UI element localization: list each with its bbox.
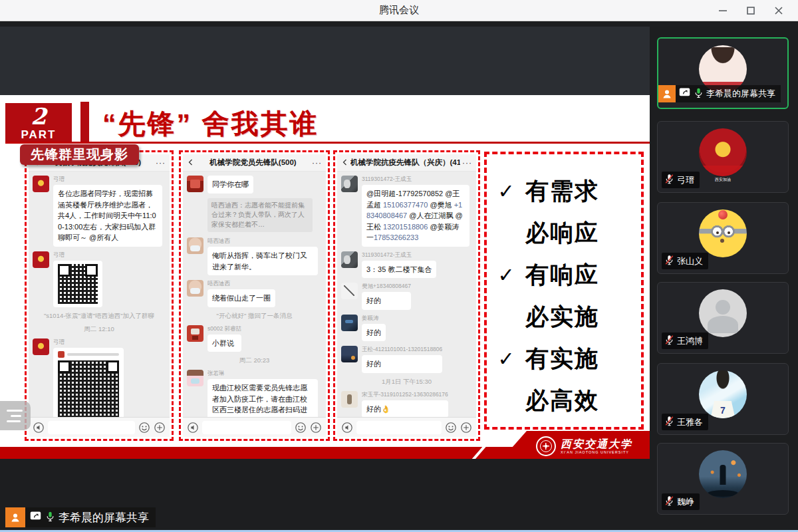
- message-bubble: 各位志愿者同学好，现需招募涵英楼餐厅秩序维护志愿者，共4人，工作时间明天中午11…: [53, 185, 162, 247]
- sender-name: 弓瑨: [53, 176, 162, 184]
- chat-message: 姜颖涛好的: [341, 315, 472, 342]
- checklist-text: 有响应: [525, 259, 599, 291]
- participant-name: 魏峥: [677, 496, 694, 508]
- checklist-row: 必实施: [487, 296, 641, 338]
- more-icon: ···: [310, 158, 322, 168]
- chat-header: 机械学院党员先锋队(500)···: [183, 154, 326, 172]
- chat-input-bar: [29, 417, 170, 437]
- participant-tile[interactable]: 李希晨的屏幕共享: [657, 37, 789, 109]
- mic-muted-icon: [664, 334, 674, 347]
- message-content: 樊旭+18340808467好的: [362, 283, 411, 310]
- participant-avatar: [699, 289, 747, 337]
- voice-icon: [341, 422, 353, 434]
- message-content: 3119301472-王成玉@田明超-17792570852 @王孟超 1510…: [362, 176, 469, 247]
- message-content: 同学你在哪: [207, 176, 253, 194]
- back-icon: [187, 157, 196, 169]
- message-input: [48, 421, 135, 434]
- participant-tile[interactable]: 魏峥: [657, 443, 789, 515]
- chat-window: 机械学院党员先锋队(500)···同学你在哪唔西迪西：志愿者能不能提前集合过来？…: [183, 154, 326, 437]
- chat-screenshot-3: 机械学院抗疫先锋队（兴庆）(41)···3119301472-王成玉@田明超-1…: [333, 150, 480, 441]
- floating-toolbar-handle[interactable]: [0, 401, 31, 430]
- minimize-button[interactable]: [709, 0, 737, 21]
- university-seal-icon: [536, 436, 556, 456]
- chat-message: s0002 郭睿喆小群说: [187, 325, 322, 352]
- emoji-icon: [138, 422, 150, 434]
- window-titlebar: 腾讯会议: [0, 0, 798, 21]
- qr-code-bubble: [53, 261, 102, 307]
- participant-name: 王雅各: [677, 416, 703, 428]
- participant-avatar: [699, 209, 747, 257]
- chat-input-bar: [183, 417, 326, 437]
- title-underline: [5, 142, 650, 144]
- message-bubble: 好的: [362, 292, 411, 310]
- message-content: 弓瑨: [53, 338, 124, 418]
- shared-slide: 2 PART “先锋” 舍我其谁 先锋群里现身影 机械学院党员先锋队(500)·…: [0, 95, 650, 459]
- part-number-box: 2 PART: [5, 103, 72, 142]
- sender-name: 弓瑨: [53, 251, 102, 259]
- participant-name: 王鸿博: [677, 335, 703, 347]
- qr-code-bubble: [53, 348, 124, 418]
- participant-tile[interactable]: 张山义: [657, 202, 789, 274]
- checklist-row: ✓有响应: [487, 254, 641, 296]
- voice-icon: [187, 422, 199, 434]
- message-bubble: 好的: [362, 324, 386, 342]
- message-content: 唔西迪西绕着假山走了一圈: [207, 280, 275, 307]
- system-message: "s1014-张震"邀请"唔西迪西"加入了群聊: [33, 312, 166, 321]
- sender-name: 张若琳: [207, 370, 318, 378]
- person-icon: [658, 85, 676, 102]
- close-button[interactable]: [765, 0, 793, 21]
- sender-name: 3119301472-王成玉: [362, 251, 436, 259]
- sender-name: 3119301472-王成玉: [362, 176, 469, 184]
- emoji-icon: [295, 422, 307, 434]
- mic-on-icon: [45, 511, 55, 525]
- ws-avatar: [341, 346, 358, 362]
- time-separator: 周二 20:23: [187, 356, 322, 365]
- back-icon: [341, 157, 350, 169]
- window-title: 腾讯会议: [379, 4, 419, 17]
- syp-avatar: [341, 391, 358, 408]
- check-icon: ✓: [487, 263, 525, 287]
- message-content: 王松-4121101001-13201518806好的: [362, 346, 442, 373]
- wcy-avatar: [341, 251, 358, 268]
- checklist-row: ✓有实施: [487, 338, 641, 380]
- message-content: s0002 郭睿喆小群说: [207, 325, 241, 352]
- participant-tile[interactable]: 王鸿博: [657, 282, 789, 354]
- ironman-avatar: [33, 251, 49, 268]
- mic-on-icon: [694, 87, 704, 100]
- maximize-button[interactable]: [737, 0, 765, 21]
- checklist-row: ✓有需求: [487, 170, 641, 212]
- screen-share-icon: [678, 87, 691, 100]
- tencent-meeting-window: { "window": { "title": "腾讯会议", "controls…: [0, 0, 798, 532]
- girl-avatar: [187, 370, 203, 386]
- chat-window: 机械学院党员先锋队(500)···弓瑨各位志愿者同学好，现需招募涵英楼餐厅秩序维…: [29, 154, 170, 437]
- sender-name: 姜颖涛: [362, 315, 386, 323]
- message-content: 宋玉平-3119101252-13630286176好的👌: [362, 391, 448, 418]
- section-badge: 先锋群里现身影: [20, 144, 139, 165]
- chat-message: 3119301472-王成玉3：35 教二楼下集合: [341, 251, 472, 279]
- chat-input-bar: [337, 417, 476, 437]
- message-content: 弓瑨: [53, 251, 102, 307]
- participant-tile[interactable]: 西安加油弓瑨: [657, 121, 789, 193]
- chat-message: 弓瑨: [33, 338, 166, 418]
- sender-name: 王松-4121101001-13201518806: [362, 346, 442, 354]
- ironman-avatar: [33, 338, 49, 355]
- participant-name: 李希晨的屏幕共享: [706, 88, 775, 100]
- message-bubble: 小群说: [207, 334, 241, 352]
- sender-name: s0002 郭睿喆: [207, 325, 241, 333]
- chat-message: 唔西迪西俺听从指挥，骑车出了校门又进来了新华。: [187, 237, 322, 275]
- chat-message: 弓瑨: [33, 251, 166, 307]
- voice-icon: [33, 422, 45, 434]
- chat-message: 樊旭+18340808467好的: [341, 283, 472, 310]
- checklist-text: 必高效: [525, 385, 599, 416]
- participant-name-tag: 张山义: [662, 253, 708, 269]
- mic-muted-icon: [664, 174, 674, 186]
- university-logo: 西安交通大学 XI'AN JIAOTONG UNIVERSITY: [536, 436, 632, 456]
- checklist-text: 必响应: [525, 217, 599, 249]
- checklist-panel: ✓有需求必响应✓有响应必实施✓有实施必高效: [484, 152, 644, 430]
- checklist-text: 有实施: [525, 343, 599, 374]
- minimize-icon: [718, 6, 728, 15]
- part-label: PART: [21, 129, 56, 140]
- university-name-cn: 西安交通大学: [561, 438, 632, 450]
- checklist-row: 必响应: [487, 212, 641, 254]
- participant-tile[interactable]: 王雅各: [657, 363, 789, 435]
